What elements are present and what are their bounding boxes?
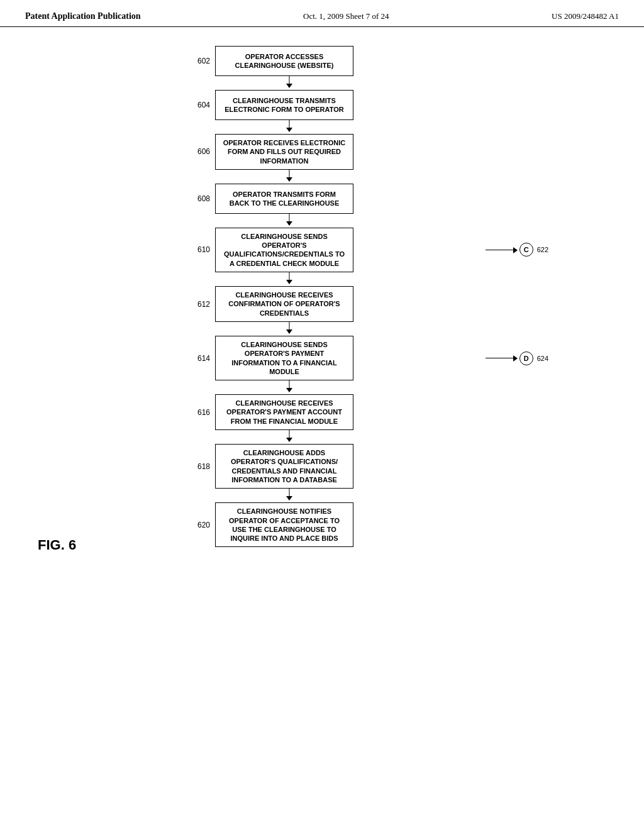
step-label-606: 606 bbox=[177, 147, 215, 156]
step-box-602: OPERATOR ACCESSES CLEARINGHOUSE (WEBSITE… bbox=[215, 46, 353, 76]
step-box-618: CLEARINGHOUSE ADDS OPERATOR'S QUALIFICAT… bbox=[215, 444, 353, 489]
arrow-line-5 bbox=[220, 322, 358, 336]
arrow-line-3 bbox=[220, 214, 358, 228]
arrow-0 bbox=[177, 76, 492, 90]
step-row: 606OPERATOR RECEIVES ELECTRONIC FORM AND… bbox=[177, 134, 492, 170]
step-row: 608OPERATOR TRANSMITS FORM BACK TO THE C… bbox=[177, 184, 492, 214]
page-header: Patent Application Publication Oct. 1, 2… bbox=[0, 0, 644, 27]
step-label-616: 616 bbox=[177, 408, 215, 417]
step-label-602: 602 bbox=[177, 57, 215, 65]
circle-C: C bbox=[519, 243, 533, 257]
step-box-614: CLEARINGHOUSE SENDS OPERATOR'S PAYMENT I… bbox=[215, 336, 353, 380]
step-row: 618CLEARINGHOUSE ADDS OPERATOR'S QUALIFI… bbox=[177, 444, 492, 489]
step-box-620: CLEARINGHOUSE NOTIFIES OPERATOR OF ACCEP… bbox=[215, 502, 353, 547]
arrow-1 bbox=[177, 120, 492, 134]
side-connector-C: C622 bbox=[486, 243, 548, 257]
step-label-604: 604 bbox=[177, 101, 215, 109]
step-box-610: CLEARINGHOUSE SENDS OPERATOR'S QUALIFICA… bbox=[215, 228, 353, 272]
step-box-608: OPERATOR TRANSMITS FORM BACK TO THE CLEA… bbox=[215, 184, 353, 214]
step-box-606: OPERATOR RECEIVES ELECTRONIC FORM AND FI… bbox=[215, 134, 353, 170]
publication-title: Patent Application Publication bbox=[25, 11, 141, 21]
circle-D: D bbox=[519, 351, 533, 365]
arrow-7 bbox=[177, 430, 492, 444]
arrow-line-4 bbox=[220, 272, 358, 286]
step-row: 602OPERATOR ACCESSES CLEARINGHOUSE (WEBS… bbox=[177, 46, 492, 76]
arrow-line-7 bbox=[220, 430, 358, 444]
figure-label: FIG. 6 bbox=[38, 537, 76, 553]
step-label-608: 608 bbox=[177, 194, 215, 203]
flowchart: 602OPERATOR ACCESSES CLEARINGHOUSE (WEBS… bbox=[177, 46, 492, 547]
step-label-612: 612 bbox=[177, 300, 215, 309]
side-connector-D: D624 bbox=[486, 351, 548, 365]
step-row: 620CLEARINGHOUSE NOTIFIES OPERATOR OF AC… bbox=[177, 502, 492, 547]
arrow-line-6 bbox=[220, 380, 358, 394]
step-box-612: CLEARINGHOUSE RECEIVES CONFIRMATION OF O… bbox=[215, 286, 353, 322]
connector-num-624: 624 bbox=[537, 355, 548, 362]
arrow-line-1 bbox=[220, 120, 358, 134]
side-line-D bbox=[486, 358, 517, 358]
arrow-5 bbox=[177, 322, 492, 336]
step-row: 612CLEARINGHOUSE RECEIVES CONFIRMATION O… bbox=[177, 286, 492, 322]
step-row: 614CLEARINGHOUSE SENDS OPERATOR'S PAYMEN… bbox=[177, 336, 492, 380]
step-label-610: 610 bbox=[177, 245, 215, 254]
patent-number: US 2009/248482 A1 bbox=[552, 11, 619, 21]
arrow-4 bbox=[177, 272, 492, 286]
arrow-2 bbox=[177, 170, 492, 184]
step-label-620: 620 bbox=[177, 521, 215, 529]
arrow-8 bbox=[177, 489, 492, 502]
step-row: 604CLEARINGHOUSE TRANSMITS ELECTRONIC FO… bbox=[177, 90, 492, 120]
step-label-618: 618 bbox=[177, 462, 215, 471]
arrow-3 bbox=[177, 214, 492, 228]
connector-num-622: 622 bbox=[537, 246, 548, 253]
main-content: 602OPERATOR ACCESSES CLEARINGHOUSE (WEBS… bbox=[0, 27, 644, 572]
step-box-604: CLEARINGHOUSE TRANSMITS ELECTRONIC FORM … bbox=[215, 90, 353, 120]
arrow-6 bbox=[177, 380, 492, 394]
side-line-C bbox=[486, 250, 517, 250]
publication-date-sheet: Oct. 1, 2009 Sheet 7 of 24 bbox=[303, 11, 389, 21]
step-label-614: 614 bbox=[177, 354, 215, 363]
arrow-line-8 bbox=[220, 489, 358, 502]
arrow-line-0 bbox=[220, 76, 358, 90]
arrow-line-2 bbox=[220, 170, 358, 184]
step-row: 616CLEARINGHOUSE RECEIVES OPERATOR'S PAY… bbox=[177, 394, 492, 430]
step-row: 610CLEARINGHOUSE SENDS OPERATOR'S QUALIF… bbox=[177, 228, 492, 272]
step-box-616: CLEARINGHOUSE RECEIVES OPERATOR'S PAYMEN… bbox=[215, 394, 353, 430]
